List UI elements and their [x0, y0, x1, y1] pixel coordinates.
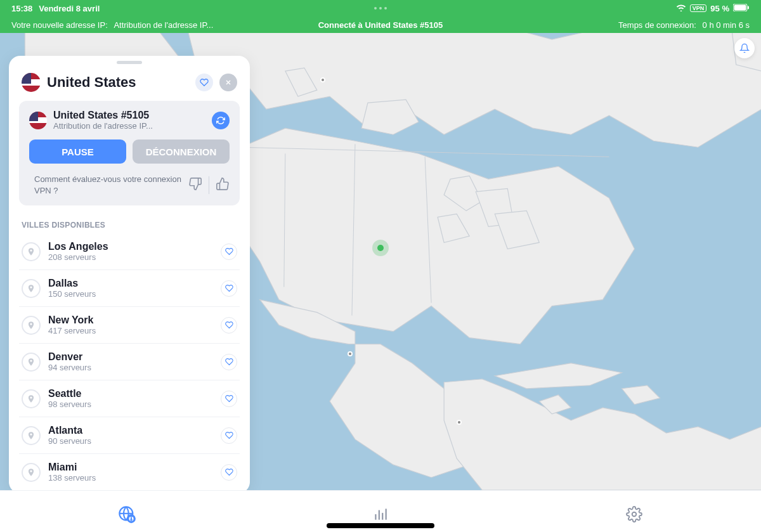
- city-name: Miami: [48, 462, 213, 473]
- city-list[interactable]: Los Angeles208 serveurs Dallas150 serveu…: [19, 233, 240, 483]
- tab-stats[interactable]: [254, 501, 507, 522]
- home-indicator[interactable]: [327, 523, 434, 528]
- server-panel: United States United States #5105 Attrib…: [9, 56, 250, 493]
- svg-point-8: [632, 512, 637, 516]
- current-location-marker: [372, 240, 389, 256]
- disconnect-button[interactable]: DÉCONNEXION: [133, 139, 230, 164]
- status-date: Vendredi 8 avril: [39, 4, 100, 13]
- location-pin-icon: [22, 279, 41, 298]
- ip-label: Votre nouvelle adresse IP:: [11, 20, 108, 30]
- city-name: Los Angeles: [48, 241, 213, 252]
- duration-label: Temps de connexion:: [618, 20, 696, 30]
- city-item[interactable]: Denver94 serveurs: [19, 344, 240, 380]
- svg-rect-2: [748, 6, 749, 9]
- server-marker[interactable]: [320, 77, 325, 82]
- city-servers: 150 serveurs: [48, 289, 213, 299]
- city-name: Atlanta: [48, 425, 213, 436]
- location-pin-icon: [22, 426, 41, 445]
- connection-card: United States #5105 Attribution de l'adr…: [19, 101, 240, 205]
- tab-globe[interactable]: [0, 500, 254, 523]
- favorite-city-button[interactable]: [221, 354, 237, 370]
- battery-icon: [733, 4, 750, 13]
- favorite-city-button[interactable]: [221, 317, 237, 334]
- svg-rect-1: [734, 4, 746, 10]
- status-time: 15:38: [11, 4, 32, 13]
- tab-settings[interactable]: [507, 501, 761, 522]
- location-pin-icon: [22, 242, 41, 261]
- city-item[interactable]: Seattle98 serveurs: [19, 380, 240, 417]
- city-servers: 94 serveurs: [48, 363, 213, 372]
- wifi-icon: [676, 4, 686, 13]
- city-name: Denver: [48, 351, 213, 363]
- favorite-country-button[interactable]: [195, 74, 213, 91]
- rating-prompt: Comment évaluez-vous votre connexion VPN…: [29, 174, 182, 197]
- city-item[interactable]: New York417 serveurs: [19, 307, 240, 344]
- pause-button[interactable]: PAUSE: [29, 139, 126, 164]
- city-name: Seattle: [48, 388, 213, 399]
- location-pin-icon: [22, 316, 41, 335]
- tab-bar: [0, 490, 761, 532]
- connection-duration: 0 h 0 min 6 s: [703, 20, 750, 30]
- city-servers: 90 serveurs: [48, 436, 213, 446]
- city-servers: 417 serveurs: [48, 326, 213, 335]
- thumbs-down-button[interactable]: [188, 177, 202, 193]
- cities-section-title: VILLES DISPONIBLES: [22, 221, 237, 230]
- location-pin-icon: [22, 353, 41, 372]
- city-servers: 208 serveurs: [48, 252, 213, 262]
- server-marker[interactable]: [348, 351, 353, 356]
- battery-percent: 95 %: [710, 4, 729, 13]
- city-item[interactable]: Dallas150 serveurs: [19, 270, 240, 307]
- city-servers: 98 serveurs: [48, 399, 213, 409]
- city-servers: 138 serveurs: [48, 473, 213, 483]
- favorite-city-button[interactable]: [221, 243, 237, 260]
- vpn-badge: VPN: [690, 4, 707, 12]
- svg-point-7: [131, 519, 131, 520]
- server-flag-icon: [29, 112, 47, 129]
- multitask-dots: [257, 7, 504, 10]
- notifications-button[interactable]: [734, 38, 755, 58]
- connection-status: Connecté à United States #5105: [257, 20, 504, 30]
- location-pin-icon: [22, 463, 41, 482]
- server-ip-status: Attribution de l'adresse IP...: [53, 121, 205, 131]
- favorite-city-button[interactable]: [221, 427, 237, 444]
- favorite-city-button[interactable]: [221, 280, 237, 297]
- city-item[interactable]: Atlanta90 serveurs: [19, 417, 240, 454]
- city-name: New York: [48, 315, 213, 326]
- favorite-city-button[interactable]: [221, 464, 237, 481]
- country-flag-icon: [22, 73, 41, 92]
- status-bar: 15:38 Vendredi 8 avril VPN 95 %: [0, 0, 761, 16]
- location-pin-icon: [22, 389, 41, 408]
- favorite-city-button[interactable]: [221, 391, 237, 407]
- thumbs-up-button[interactable]: [216, 177, 230, 193]
- city-item[interactable]: Miami138 serveurs: [19, 454, 240, 483]
- server-name: United States #5105: [53, 110, 205, 121]
- city-name: Dallas: [48, 278, 213, 289]
- country-title: United States: [47, 74, 189, 91]
- divider: [209, 176, 209, 194]
- server-marker[interactable]: [457, 420, 462, 425]
- drag-handle[interactable]: [117, 61, 142, 64]
- city-item[interactable]: Los Angeles208 serveurs: [19, 233, 240, 270]
- ip-status: Attribution de l'adresse IP...: [114, 20, 213, 30]
- close-panel-button[interactable]: [219, 74, 237, 91]
- refresh-button[interactable]: [212, 112, 230, 129]
- connection-info-bar: Votre nouvelle adresse IP: Attribution d…: [0, 16, 761, 33]
